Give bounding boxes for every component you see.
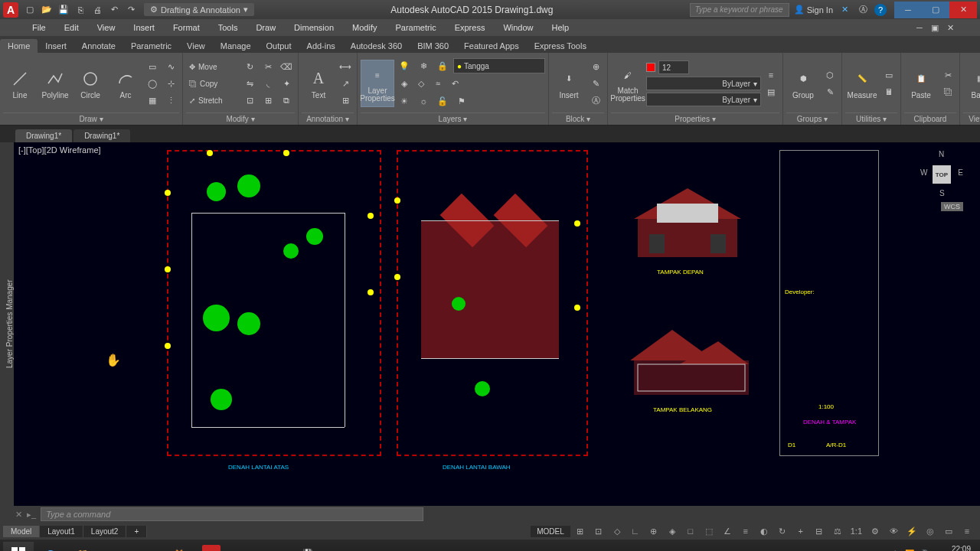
exchange-icon[interactable]: ✕ <box>838 3 851 17</box>
color-swatch[interactable] <box>646 63 655 72</box>
viewcube-north[interactable]: N <box>939 150 944 158</box>
menu-tools[interactable]: Tools <box>209 19 247 36</box>
new-icon[interactable]: ▢ <box>23 3 37 17</box>
tab-insert[interactable]: Insert <box>38 39 74 53</box>
panel-draw-title[interactable]: Draw ▾ <box>3 112 179 125</box>
menu-window[interactable]: Window <box>494 19 542 36</box>
scale-icon[interactable]: ⊡ <box>241 93 258 108</box>
layouttab-2[interactable]: Layout2 <box>83 526 127 537</box>
layer-state-icon[interactable]: ⚑ <box>453 93 470 109</box>
workspace-icon[interactable]: ⚙ <box>867 524 884 538</box>
annovis-icon[interactable]: 👁 <box>885 524 902 538</box>
isolate-icon[interactable]: ◎ <box>922 524 939 538</box>
copy-clip-icon[interactable]: ⿻ <box>939 84 956 99</box>
help-icon[interactable]: ? <box>874 4 887 16</box>
layer-uniso-icon[interactable]: ◇ <box>413 76 430 91</box>
doc-minimize-icon[interactable]: ─ <box>913 21 926 34</box>
lineweight-icon[interactable]: ≡ <box>737 524 754 538</box>
viewcube-top[interactable]: TOP <box>933 165 951 184</box>
paste-button[interactable]: 📋Paste <box>904 60 938 107</box>
view-cube[interactable]: N S E W TOP <box>919 150 965 196</box>
text-button[interactable]: AText <box>302 60 335 107</box>
table-icon[interactable]: ⊞ <box>337 93 354 108</box>
doctab-2[interactable]: Drawing1* <box>74 129 130 142</box>
linear-dim-icon[interactable]: ⟷ <box>337 59 354 74</box>
tab-home[interactable]: Home <box>0 39 38 53</box>
viewcube-south[interactable]: S <box>939 189 945 197</box>
rectangle-icon[interactable]: ▭ <box>144 59 161 74</box>
arc-button[interactable]: Arc <box>109 60 142 107</box>
explode-icon[interactable]: ✦ <box>278 76 295 91</box>
cleanscreen-icon[interactable]: ▭ <box>940 524 957 538</box>
menu-dimension[interactable]: Dimension <box>285 19 343 36</box>
menu-parametric[interactable]: Parametric <box>386 19 445 36</box>
base-button[interactable]: ▦Base <box>963 60 980 107</box>
osnap-icon[interactable]: □ <box>682 524 699 538</box>
tab-parametric[interactable]: Parametric <box>123 39 179 53</box>
snap-icon[interactable]: ⊡ <box>590 524 607 538</box>
layer-unlock-icon[interactable]: 🔓 <box>434 93 451 109</box>
save-icon[interactable]: 💾 <box>57 3 70 17</box>
maximize-button[interactable]: ▢ <box>922 2 949 18</box>
tab-autodesk360[interactable]: Autodesk 360 <box>343 39 410 53</box>
stretch-button[interactable]: ⤢Stretch <box>186 93 240 108</box>
fillet-icon[interactable]: ◟ <box>260 76 276 91</box>
isoplane-icon[interactable]: ◈ <box>664 524 681 538</box>
calc-icon[interactable]: 🖩 <box>880 84 897 99</box>
layer-off-icon[interactable]: 💡 <box>396 58 413 73</box>
model-canvas[interactable]: [-][Top][2D Wireframe] N S E W TOP WCS <box>14 142 980 506</box>
tab-addins[interactable]: Add-ins <box>299 39 343 53</box>
app2-icon[interactable]: ✉ <box>132 542 162 552</box>
menu-file[interactable]: File <box>23 19 55 36</box>
tab-bim360[interactable]: BIM 360 <box>410 39 456 53</box>
tab-manage[interactable]: Manage <box>213 39 259 53</box>
attr-icon[interactable]: Ⓐ <box>587 93 604 108</box>
open-icon[interactable]: 📂 <box>40 3 54 17</box>
array-icon[interactable]: ⊞ <box>260 93 276 108</box>
tab-view[interactable]: View <box>179 39 213 53</box>
layer-on-icon[interactable]: ☀ <box>396 93 413 109</box>
linetype-dropdown[interactable]: ByLayer▾ <box>646 77 761 90</box>
props-palette-icon[interactable]: ▤ <box>763 84 779 99</box>
close-button[interactable]: ✕ <box>949 2 977 18</box>
otrack-icon[interactable]: ∠ <box>719 524 736 538</box>
signin-button[interactable]: 👤 Sign In <box>794 5 833 15</box>
trim-icon[interactable]: ✂ <box>260 59 276 74</box>
ungroup-icon[interactable]: ⬡ <box>822 67 838 83</box>
panel-utilities-title[interactable]: Utilities ▾ <box>845 112 897 125</box>
list-icon[interactable]: ≡ <box>763 67 779 83</box>
start-button[interactable] <box>3 542 34 552</box>
layer-dropdown[interactable]: ●Tangga <box>453 58 545 73</box>
menu-help[interactable]: Help <box>543 19 579 36</box>
layer-freeze-icon[interactable]: ❄ <box>415 58 432 73</box>
layer-lock-icon[interactable]: 🔒 <box>434 58 451 73</box>
line-button[interactable]: Line <box>3 60 37 107</box>
tab-featured[interactable]: Featured Apps <box>456 39 527 53</box>
search-input[interactable]: Type a keyword or phrase <box>690 3 789 17</box>
hatch-icon[interactable]: ▦ <box>144 93 161 108</box>
layer-properties-button[interactable]: ≡Layer Properties <box>361 60 394 107</box>
explorer-icon[interactable]: 📁 <box>67 542 98 552</box>
point-icon[interactable]: ⋮ <box>162 93 179 108</box>
transparency-icon[interactable]: ◐ <box>756 524 773 538</box>
panel-properties-title[interactable]: Properties ▾ <box>611 112 779 125</box>
ie-icon[interactable]: e <box>35 542 66 552</box>
menu-edit[interactable]: Edit <box>55 19 88 36</box>
panel-modify-title[interactable]: Modify ▾ <box>186 112 295 125</box>
annomonitor-icon[interactable]: + <box>792 524 809 538</box>
layouttab-model[interactable]: Model <box>3 526 40 537</box>
leader-icon[interactable]: ↗ <box>337 76 354 91</box>
group-button[interactable]: ⬢Group <box>786 60 820 107</box>
3dosnap-icon[interactable]: ⬚ <box>701 524 717 538</box>
lineweight-dd[interactable]: ByLayer▾ <box>646 93 761 106</box>
tray-clock[interactable]: 22:09 09/04/2015 <box>933 545 971 552</box>
panel-annotation-title[interactable]: Annotation ▾ <box>302 112 354 125</box>
viewcube-west[interactable]: W <box>920 168 927 177</box>
customize-icon[interactable]: ≡ <box>959 524 975 538</box>
panel-groups-title[interactable]: Groups ▾ <box>786 112 838 125</box>
menu-view[interactable]: View <box>88 19 125 36</box>
layer-prev-icon[interactable]: ↶ <box>446 76 463 91</box>
grid-icon[interactable]: ⊞ <box>572 524 589 538</box>
undo-icon[interactable]: ↶ <box>107 3 121 17</box>
ellipse-icon[interactable]: ◯ <box>144 76 161 91</box>
